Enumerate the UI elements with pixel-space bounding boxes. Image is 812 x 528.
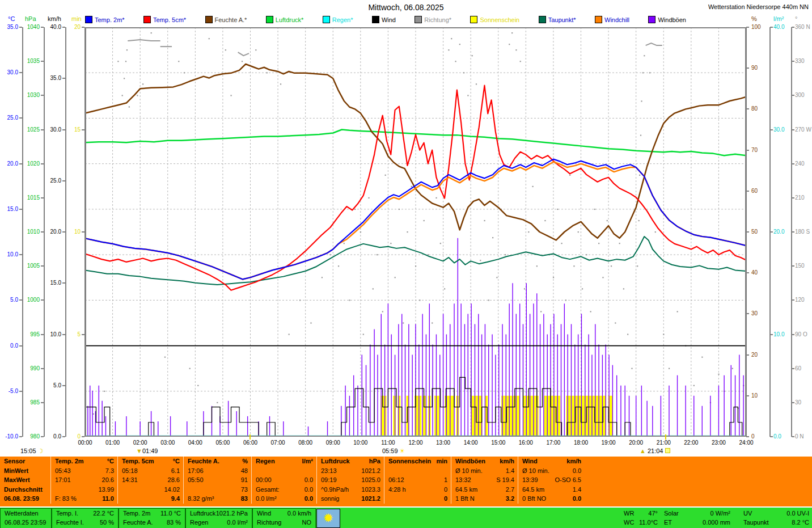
legend-label: Richtung* <box>424 16 451 23</box>
axis-tick-label: 100 <box>751 24 761 30</box>
stats-cell: 17:0120.6 <box>51 475 118 485</box>
axis-tick-label: 1015 <box>19 195 40 201</box>
stats-cell-time: 05:18 <box>122 467 138 474</box>
axis-tick <box>19 391 22 392</box>
stats-cell-time: 17:01 <box>55 476 71 483</box>
stats-column-unit: km/h <box>566 458 581 464</box>
stats-column-header: Feuchte A.% <box>184 457 252 466</box>
stats-cell: 09:191025.0 <box>317 475 384 485</box>
stats-cell-value: 48 <box>241 467 248 474</box>
stats-cell: 1 Bft N3.2 <box>451 494 518 504</box>
stats-row-label: Durchschnitt <box>0 485 50 495</box>
plot-canvas[interactable] <box>85 27 746 437</box>
axis-tick-label: 50 <box>751 229 758 235</box>
stats-cell-time: Gesamt: <box>256 486 280 493</box>
stats-cell-time: 13:32 <box>455 476 471 483</box>
legend-swatch-icon <box>539 16 546 23</box>
axis-tick <box>41 163 44 164</box>
x-axis-tick-label: 05:00 <box>210 440 235 446</box>
stats-cell-value: 0.0 <box>304 495 313 502</box>
axis-tick <box>62 385 65 386</box>
stats-cell-value: 13.99 <box>98 486 114 493</box>
x-axis-tick-label: 04:00 <box>183 440 208 446</box>
axis-tick <box>62 78 65 79</box>
stats-cell-value: 0.0 <box>304 486 313 493</box>
legend-swatch-icon <box>470 16 477 23</box>
axis-tick <box>41 265 44 267</box>
stats-row-labels: SensorMinWertMaxWertDurchschnitt06.08. 2… <box>0 457 50 504</box>
stats-cell: 64.5 km2.7 <box>451 485 518 495</box>
status-right-value: 47° <box>590 510 658 517</box>
x-axis-tick-label: 07:00 <box>265 440 290 446</box>
axis-tick <box>746 436 749 437</box>
moonset-time: 01:49 <box>142 447 158 454</box>
stats-row-label: MinWert <box>0 466 50 476</box>
axis-tick-label: 40 <box>751 270 758 276</box>
status-value: 1021.2 hPa <box>216 510 248 517</box>
status-cell-row: 06.08.25 23:59 <box>1 518 51 527</box>
legend-swatch-icon <box>595 16 602 23</box>
sunrise-time: 05:59 <box>382 447 398 454</box>
stats-cell: 13:39O-SO 6.5 <box>518 475 585 485</box>
status-cell-row: Regen0.0 l/m² <box>186 518 252 527</box>
arrow-down-icon: ▼ <box>136 447 142 454</box>
stats-cell: 0 Bft NO0.0 <box>518 494 585 504</box>
axis-tick <box>746 67 749 69</box>
status-label: Richtung <box>257 519 281 526</box>
stats-cell-time: 05:43 <box>55 467 71 474</box>
stats-column: Regenl/m²00:000.0Gesamt:0.00.0 l/m²0.0 <box>251 457 317 504</box>
stats-column-title: Temp. 2m <box>55 458 84 464</box>
page-title: Mittwoch, 06.08.2025 <box>0 3 812 12</box>
axis-unit-label: ° <box>795 15 797 22</box>
x-axis-tick-label: 21:00 <box>651 440 676 446</box>
axis-tick <box>82 231 84 233</box>
legend-label: Regen* <box>332 16 353 23</box>
stats-cell-time: ^0.9hPa/h <box>321 486 349 493</box>
stats-column-unit: l/m² <box>302 458 313 464</box>
axis-tick-label: 10 <box>60 229 81 235</box>
axis-tick-label: 30 <box>795 400 801 405</box>
legend-label: Feuchte A.* <box>215 16 247 23</box>
stats-column: Temp. 2m°C05:437.317:0120.613.99F: 83 %1… <box>50 457 118 504</box>
x-axis-tick-label: 11:00 <box>375 440 400 446</box>
stats-column-header: Sonnenscheinmin <box>384 457 451 466</box>
axis-tick-label: 0 <box>751 434 755 440</box>
axis-tick-label: 1005 <box>19 263 40 269</box>
stats-cell-value: 1021.2 <box>361 467 380 474</box>
stats-column-unit: °C <box>107 458 114 464</box>
legend-item: Regen* <box>323 16 353 23</box>
x-axis-tick-label: 19:00 <box>596 440 621 446</box>
stats-cell-value: 7.3 <box>105 467 114 474</box>
axis-tick <box>746 354 749 356</box>
legend-item: Windchill <box>595 16 629 23</box>
arrow-up-icon: ▲ <box>640 447 646 454</box>
stats-column-header: Windböenkm/h <box>451 457 518 466</box>
legend-item: Richtung* <box>415 16 451 23</box>
axis-tick <box>19 345 22 347</box>
stats-column: Temp. 5cm°C05:186.114:3128.614.029.4 <box>117 457 184 504</box>
status-label: Regen <box>190 519 208 526</box>
axis-tick-label: 1030 <box>19 92 40 98</box>
axis-tick-label: 10.0 <box>41 332 61 337</box>
legend-item: Windböen <box>648 16 686 23</box>
stats-cell-time: 06:12 <box>388 476 404 483</box>
stats-row-label: MaxWert <box>0 475 50 485</box>
axis-tick <box>746 395 749 396</box>
stats-column: Windkm/hØ 10 min.0.013:39O-SO 6.564.5 km… <box>518 457 585 504</box>
status-right-value: 0.000 mm <box>662 519 730 526</box>
status-cell-row: Wetterdaten <box>1 509 51 518</box>
axis-tick-label: 90 <box>751 65 758 71</box>
moonrise-time: 15:05 <box>20 447 36 454</box>
axis-tick-label: 60 <box>795 366 801 371</box>
axis-tick-label: 20.0 <box>41 229 61 235</box>
x-axis-tick-label: 08:00 <box>293 440 318 446</box>
axis-tick-label: 10 <box>751 393 758 399</box>
sunset-annotation: ▲ 21:04 <box>640 447 670 454</box>
axis-tick-label: 120 <box>795 297 805 303</box>
axis-tick <box>770 129 773 130</box>
axis-tick <box>746 272 749 273</box>
legend-label: Luftdruck* <box>276 16 304 23</box>
stats-column-unit: min <box>436 458 447 464</box>
x-axis-tick-label: 15:00 <box>486 440 511 446</box>
stats-cell-value: 28.6 <box>168 476 180 483</box>
